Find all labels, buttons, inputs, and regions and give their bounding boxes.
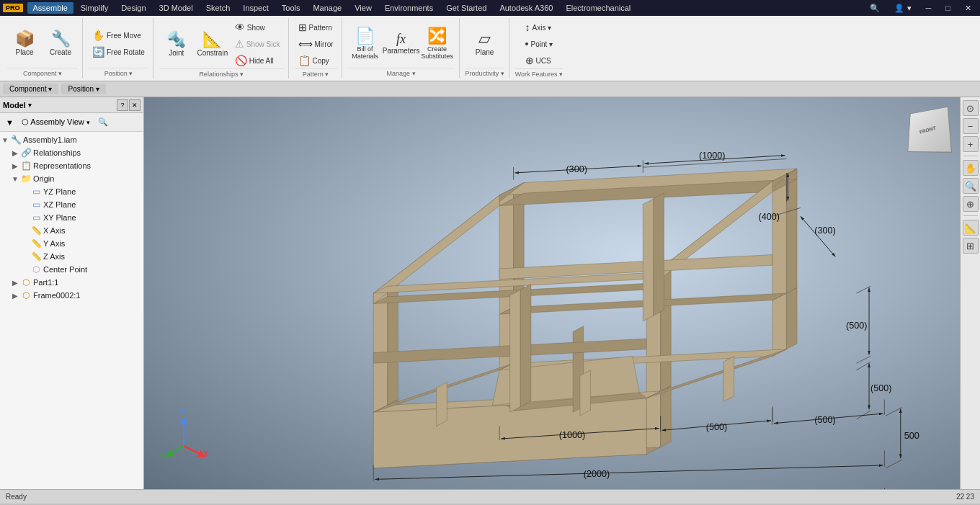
create-icon: 🔧 — [51, 31, 71, 47]
svg-marker-34 — [646, 182, 772, 290]
ribbon: 📦 Place 🔧 Create Component ✋ Free Move — [0, 16, 980, 81]
rt-orbit-btn[interactable]: ⊙ — [963, 100, 979, 116]
tree-item-xy-plane[interactable]: ▭ XY Plane — [0, 211, 143, 224]
plane-button[interactable]: ▱ Plane — [468, 27, 502, 60]
position-bottom-btn[interactable]: Position ▾ — [61, 84, 105, 94]
panel-filter-btn[interactable]: ▼ — [3, 117, 17, 128]
tree-expand-origin[interactable]: ▼ — [10, 175, 20, 183]
window-minimize[interactable]: ─ — [920, 2, 937, 14]
mirror-button[interactable]: ⟺ Mirror — [295, 36, 337, 52]
manage-group-label[interactable]: Manage — [348, 68, 455, 77]
place-button[interactable]: 📦 Place — [7, 27, 42, 60]
tree-expand-frame[interactable]: ▶ — [10, 292, 20, 300]
panel-view-btn[interactable]: ⬡ Assembly View ▾ — [19, 116, 93, 128]
tree-expand-representations[interactable]: ▶ — [10, 162, 20, 170]
tree-expand-x-axis — [20, 227, 30, 235]
window-maximize[interactable]: □ — [940, 2, 956, 14]
panel-search-btn[interactable]: 🔍 — [95, 116, 111, 128]
menu-account[interactable]: 👤 ▾ — [888, 2, 917, 14]
tree-item-representations[interactable]: ▶ 📋 Representations — [0, 159, 143, 172]
create-substitutes-button[interactable]: 🔀 CreateSubstitutes — [420, 24, 455, 63]
ucs-button[interactable]: ⊕ UCS — [522, 53, 556, 68]
tree-icon-center-point: ⬡ — [30, 264, 42, 275]
component-bottom-btn[interactable]: Component ▾ — [3, 84, 58, 94]
tree-item-xz-plane[interactable]: ▭ XZ Plane — [0, 198, 143, 211]
show-button[interactable]: 👁 Show — [231, 19, 284, 35]
window-close[interactable]: ✕ — [959, 2, 977, 14]
show-sick-button[interactable]: ⚠ Show Sick — [231, 36, 284, 52]
tree-item-yz-plane[interactable]: ▭ YZ Plane — [0, 185, 143, 198]
ribbon-group-manage: 📄 Bill ofMaterials fx Parameters 🔀 Creat… — [344, 18, 460, 79]
rt-grid-btn[interactable]: ⊞ — [963, 238, 979, 254]
menu-simplify[interactable]: Simplify — [75, 2, 115, 14]
tree-item-x-axis[interactable]: 📏 X Axis — [0, 224, 143, 237]
menu-tools[interactable]: Tools — [276, 2, 306, 14]
svg-text:(300): (300) — [566, 164, 587, 174]
rt-zoom-out-btn[interactable]: − — [963, 118, 979, 134]
joint-button[interactable]: 🔩 Joint — [159, 28, 194, 61]
tree-expand-relationships[interactable]: ▶ — [10, 149, 20, 157]
panel-dropdown-icon[interactable]: ▾ — [28, 102, 32, 109]
create-button[interactable]: 🔧 Create — [43, 27, 78, 60]
panel-close-btn[interactable]: ✕ — [129, 99, 141, 111]
work-features-group-label[interactable]: Work Features — [515, 68, 563, 78]
constrain-label: Constrain — [197, 49, 228, 57]
menu-a360[interactable]: Autodesk A360 — [494, 2, 558, 14]
tree-expand-yz — [20, 188, 30, 196]
menu-search[interactable]: 🔍 — [864, 2, 886, 14]
menu-environments[interactable]: Environments — [379, 2, 439, 14]
hide-all-button[interactable]: 🚫 Hide All — [231, 53, 284, 68]
menu-manage[interactable]: Manage — [307, 2, 347, 14]
svg-marker-11 — [772, 293, 786, 356]
tree-item-part1[interactable]: ▶ ⬡ Part1:1 — [0, 276, 143, 289]
bill-of-materials-button[interactable]: 📄 Bill ofMaterials — [348, 24, 383, 63]
view-cube[interactable]: FRONT — [902, 104, 953, 155]
rt-measure-btn[interactable]: 📐 — [963, 220, 979, 236]
point-button[interactable]: • Point ▾ — [522, 36, 556, 52]
productivity-group-label[interactable]: Productivity — [466, 68, 504, 77]
rt-pan-btn[interactable]: ✋ — [963, 160, 979, 176]
menu-3d-model[interactable]: 3D Model — [153, 2, 199, 14]
viewport[interactable]: FRONT .frame-member { fill: #b8a888; str… — [144, 97, 960, 489]
rt-zoom-window-btn[interactable]: 🔍 — [963, 178, 979, 194]
rt-zoom-fit-btn[interactable]: ⊕ — [963, 196, 979, 212]
svg-text:(400): (400) — [759, 212, 780, 222]
menu-assemble[interactable]: Assemble — [27, 2, 74, 14]
component-group-label[interactable]: Component — [7, 68, 78, 77]
svg-text:(500): (500) — [870, 383, 891, 393]
tree-item-center-point[interactable]: ⬡ Center Point — [0, 263, 143, 276]
tree-expand-part1[interactable]: ▶ — [10, 279, 20, 287]
tree-item-origin[interactable]: ▼ 📁 Origin — [0, 172, 143, 185]
view-cube-inner[interactable]: FRONT — [907, 107, 952, 153]
panel-help-btn[interactable]: ? — [117, 99, 128, 111]
tree-expand-root[interactable]: ▼ — [0, 136, 10, 144]
menu-get-started[interactable]: Get Started — [440, 2, 492, 14]
constrain-button[interactable]: 📐 Constrain — [195, 28, 230, 61]
menu-sketch[interactable]: Sketch — [200, 2, 236, 14]
tree-label-yz-plane: YZ Plane — [43, 187, 76, 196]
free-rotate-button[interactable]: 🔄 Free Rotate — [89, 44, 148, 60]
free-move-button[interactable]: ✋ Free Move — [89, 27, 148, 43]
tree-item-y-axis[interactable]: 📏 Y Axis — [0, 237, 143, 250]
parameters-button[interactable]: fx Parameters — [384, 29, 419, 58]
svg-marker-41 — [580, 370, 591, 416]
axis-button[interactable]: ↕ Axis ▾ — [522, 19, 556, 35]
hide-all-icon: 🚫 — [235, 55, 247, 66]
menu-view[interactable]: View — [349, 2, 378, 14]
copy-button[interactable]: 📋 Copy — [295, 53, 337, 68]
menu-inspect[interactable]: Inspect — [237, 2, 274, 14]
menu-electromechanical[interactable]: Electromechanical — [560, 2, 636, 14]
pattern-group-label[interactable]: Pattern — [295, 68, 337, 78]
menu-design[interactable]: Design — [115, 2, 151, 14]
svg-line-63 — [857, 356, 870, 363]
tree-item-frame0002[interactable]: ▶ ⬡ Frame0002:1 — [0, 289, 143, 302]
position-group-label[interactable]: Position — [89, 68, 148, 77]
tree-item-relationships[interactable]: ▶ 🔗 Relationships — [0, 146, 143, 159]
rt-zoom-in-btn[interactable]: + — [963, 136, 979, 152]
tree-expand-center — [20, 266, 30, 274]
svg-marker-45 — [510, 290, 521, 412]
tree-item-z-axis[interactable]: 📏 Z Axis — [0, 250, 143, 263]
tree-item-root[interactable]: ▼ 🔧 Assembly1.iam — [0, 133, 143, 146]
relationships-group-label[interactable]: Relationships — [159, 68, 284, 78]
pattern-button[interactable]: ⊞ Pattern — [295, 19, 337, 35]
